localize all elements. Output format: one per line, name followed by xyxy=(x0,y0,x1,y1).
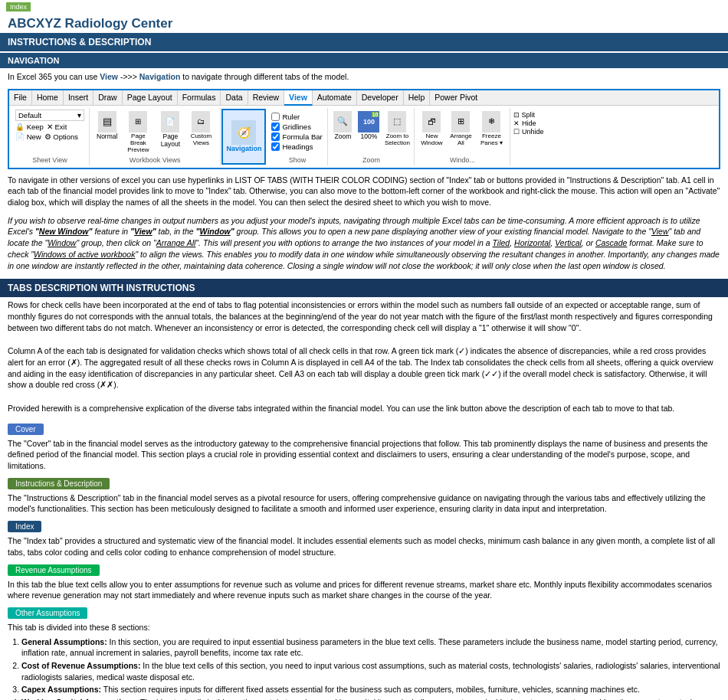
ribbon-tab-view[interactable]: View xyxy=(284,90,313,106)
index-text: The "Index tab" provides a structured an… xyxy=(8,534,720,559)
zoom-group-label: Zoom xyxy=(331,156,411,164)
ribbon-group-split: ⊡ Split ✕ Hide ☐ Unhide xyxy=(510,108,549,165)
other-intro: This tab is divided into these 8 section… xyxy=(8,620,720,635)
tabs-desc-header: TABS DESCRIPTION WITH INSTRUCTIONS xyxy=(0,279,728,297)
other-button[interactable]: Other Assumptions xyxy=(8,607,87,619)
main-header: INSTRUCTIONS & DESCRIPTION xyxy=(0,33,728,51)
company-title: ABCXYZ Radiology Center xyxy=(0,13,728,33)
page-break-preview-button[interactable]: ⊞ Page Break Preview xyxy=(122,110,154,155)
show-group-label: Show xyxy=(271,156,323,164)
nav-header: NAVIGATION xyxy=(0,53,728,68)
other-section-2: Cost of Revenue Assumptions: In the blue… xyxy=(21,660,720,682)
nav-intro-text: In Excel 365 you can use View ->>> Navig… xyxy=(8,71,720,83)
options-button[interactable]: ⚙ Options xyxy=(44,132,78,141)
index-badge-bar: Index xyxy=(0,0,728,13)
other-section-1: General Assumptions: In this section, yo… xyxy=(21,636,720,659)
nav-italic-text: If you wish to observe real-time changes… xyxy=(8,215,720,271)
ribbon-tab-formulas[interactable]: Formulas xyxy=(178,90,221,105)
ribbon-tab-developer[interactable]: Developer xyxy=(357,90,404,105)
exit-button[interactable]: ✕ Exit xyxy=(47,123,67,131)
ribbon-tab-powerpivot[interactable]: Power Pivot xyxy=(430,90,482,105)
new-button[interactable]: 📄 New xyxy=(15,132,41,141)
ribbon-tab-data[interactable]: Data xyxy=(221,90,248,105)
ribbon-group-zoom: 🔍 Zoom 100 10 100% ⬚ Zoom to Selection Z… xyxy=(328,108,415,165)
headings-checkbox[interactable]: Headings xyxy=(271,142,323,151)
ribbon-tab-help[interactable]: Help xyxy=(404,90,431,105)
new-window-button[interactable]: 🗗 New Window xyxy=(418,110,445,148)
revenue-text: In this tab the blue text cells allow yo… xyxy=(8,577,720,603)
freeze-panes-button[interactable]: ❄ Freeze Panes ▾ xyxy=(476,110,507,148)
other-section-3: Capex Assumptions: This section requires… xyxy=(21,684,720,695)
navigation-button[interactable]: 🧭 Navigation xyxy=(226,120,261,152)
ribbon-body: Default ▾ 🔒 Keep ✕ Exit 📄 New ⚙ Options … xyxy=(9,106,719,168)
zoom-button[interactable]: 🔍 Zoom xyxy=(331,110,354,142)
ribbon-tab-automate[interactable]: Automate xyxy=(313,90,357,105)
nav-body-text: To navigate in other versions of excel y… xyxy=(8,175,720,208)
ribbon-tab-review[interactable]: Review xyxy=(248,90,284,105)
split-button[interactable]: ⊡ Split xyxy=(513,111,546,119)
custom-views-button[interactable]: 🗂 Custom Views xyxy=(186,110,215,148)
tabs-body1: Rows for check cells have been incorpora… xyxy=(8,299,720,333)
index-badge: Index xyxy=(6,2,31,11)
zoom-to-selection-button[interactable]: ⬚ Zoom to Selection xyxy=(383,110,411,148)
instructions-text: The "Instructions & Description" tab in … xyxy=(8,491,720,516)
instructions-button[interactable]: Instructions & Description xyxy=(8,478,110,489)
ribbon-group-navigation: 🧭 Navigation xyxy=(221,109,266,165)
formula-bar-checkbox[interactable]: Formula Bar xyxy=(271,132,323,141)
ruler-checkbox[interactable]: Ruler xyxy=(271,113,323,121)
cover-button[interactable]: Cover xyxy=(8,424,44,435)
sheetview-dropdown-arrow[interactable]: ▾ xyxy=(77,111,81,119)
arrange-all-button[interactable]: ⊞ Arrange All xyxy=(447,110,474,148)
unhide-button[interactable]: ☐ Unhide xyxy=(513,128,546,136)
ribbon-group-show: Ruler Gridlines Formula Bar Headings Sho… xyxy=(267,108,328,165)
revenue-button[interactable]: Revenue Assumptions xyxy=(8,564,100,576)
ribbon-tab-draw[interactable]: Draw xyxy=(93,90,123,105)
zoom-100-button[interactable]: 100 10 100% xyxy=(356,110,382,142)
ribbon-group-workbookviews: ▤ Normal ⊞ Page Break Preview 📄 Page Lay… xyxy=(90,108,221,165)
workbookviews-group-label: Workbook Views xyxy=(94,156,215,164)
index-button[interactable]: Index xyxy=(8,521,41,532)
ribbon-tab-insert[interactable]: Insert xyxy=(64,90,93,105)
keep-button[interactable]: 🔒 Keep xyxy=(15,123,44,131)
ribbon-group-window: 🗗 New Window ⊞ Arrange All ❄ Freeze Pane… xyxy=(415,108,510,165)
cover-text: The "Cover" tab in the financial model s… xyxy=(8,437,720,473)
ribbon-tab-pagelayout[interactable]: Page Layout xyxy=(123,90,178,105)
other-sections-list: General Assumptions: In this section, yo… xyxy=(8,636,720,700)
ribbon-tab-file[interactable]: File xyxy=(9,90,32,105)
sheetview-group-label: Sheet View xyxy=(15,156,84,164)
ribbon-tabs-bar: File Home Insert Draw Page Layout Formul… xyxy=(9,90,719,106)
ribbon-tab-home[interactable]: Home xyxy=(32,90,64,105)
tabs-body3: Provided herewith is a comprehensive exp… xyxy=(8,403,720,414)
tabs-body2: Column A of the each tab is designated f… xyxy=(8,345,720,391)
hide-button[interactable]: ✕ Hide xyxy=(513,119,546,127)
normal-view-button[interactable]: ▤ Normal xyxy=(94,110,120,142)
other-section-4: Working Capital Assumptions: The blue te… xyxy=(21,697,720,700)
window-group-label: Windo... xyxy=(418,156,507,164)
sheetview-dropdown-value[interactable]: Default xyxy=(18,111,76,119)
page-layout-button[interactable]: 📄 Page Layout xyxy=(156,110,184,149)
excel-ribbon: File Home Insert Draw Page Layout Formul… xyxy=(8,89,720,169)
gridlines-checkbox[interactable]: Gridlines xyxy=(271,123,323,131)
ribbon-group-sheetview: Default ▾ 🔒 Keep ✕ Exit 📄 New ⚙ Options … xyxy=(11,108,90,165)
